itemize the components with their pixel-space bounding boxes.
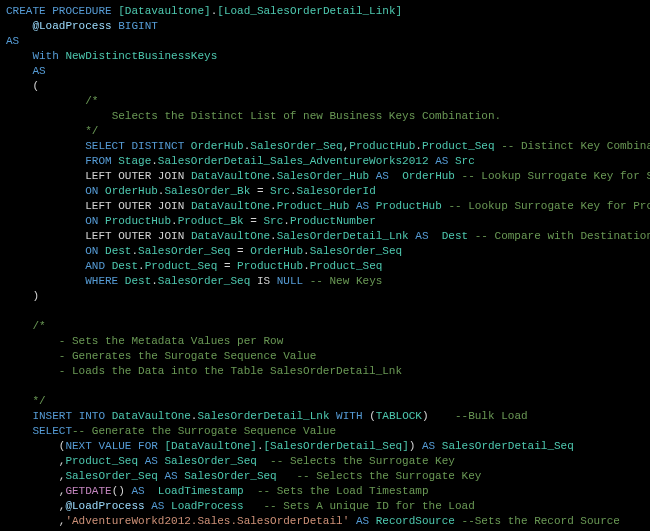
kw-as: AS xyxy=(145,455,158,467)
tbl-orderhub: OrderHub xyxy=(191,140,244,152)
kw-procedure: PROCEDURE xyxy=(52,5,111,17)
kw-null: NULL xyxy=(277,275,303,287)
comment-line: -- Selects the Surrogate Key xyxy=(297,470,482,482)
comment-close: */ xyxy=(85,125,98,137)
kw-on: ON xyxy=(85,185,98,197)
kw-as: AS xyxy=(356,515,369,527)
kw-left: LEFT xyxy=(85,200,111,212)
comment-line: --Sets the Record Source xyxy=(462,515,620,527)
kw-distinct: DISTINCT xyxy=(131,140,184,152)
kw-outer: OUTER xyxy=(118,230,151,242)
col-productbk: Product_Bk xyxy=(178,215,244,227)
kw-into: INTO xyxy=(79,410,105,422)
hint-tablock: TABLOCK xyxy=(376,410,422,422)
tbl-salesorderhub: SalesOrder_Hub xyxy=(277,170,369,182)
kw-insert: INSERT xyxy=(32,410,72,422)
alias-recordsource: RecordSource xyxy=(376,515,455,527)
tbl-producthub: Product_Hub xyxy=(277,200,350,212)
tbl-salesorderdetail-lnk: SalesOrderDetail_Lnk xyxy=(277,230,409,242)
comment-line: -- Generate the Surrogate Sequence Value xyxy=(72,425,336,437)
comment-close: */ xyxy=(32,395,45,407)
kw-next: NEXT xyxy=(65,440,91,452)
string-recordsource: 'AdventureWorkd2012.Sales.SalesOrderDeta… xyxy=(65,515,349,527)
kw-as: AS xyxy=(422,440,435,452)
kw-is: IS xyxy=(257,275,270,287)
alias-producthub: ProductHub xyxy=(376,200,442,212)
kw-as: AS xyxy=(151,500,164,512)
kw-outer: OUTER xyxy=(118,170,151,182)
type-bigint: BIGINT xyxy=(118,20,158,32)
kw-left: LEFT xyxy=(85,230,111,242)
comment-line: - Sets the Metadata Values per Row xyxy=(59,335,283,347)
comment-line: -- Lookup Surrogate Key for Product xyxy=(448,200,650,212)
comment-open: /* xyxy=(32,320,45,332)
kw-as: AS xyxy=(131,485,144,497)
comment-line: - Generates the Surogate Sequence Value xyxy=(59,350,316,362)
kw-from: FROM xyxy=(85,155,111,167)
kw-as: AS xyxy=(415,230,428,242)
func-getdate: GETDATE xyxy=(65,485,111,497)
kw-with: WITH xyxy=(336,410,362,422)
cte-name: NewDistinctBusinessKeys xyxy=(65,50,217,62)
kw-as: AS xyxy=(356,200,369,212)
comment-line: - Loads the Data into the Table SalesOrd… xyxy=(59,365,402,377)
kw-join: JOIN xyxy=(158,170,184,182)
param-loadprocess: @LoadProcess xyxy=(65,500,144,512)
col-salesorderseq: SalesOrder_Seq xyxy=(250,140,342,152)
comment-line: -- Distinct Key Combinations xyxy=(501,140,650,152)
alias-src: Src xyxy=(455,155,475,167)
comment-line: -- New Keys xyxy=(310,275,383,287)
col-productnumber: ProductNumber xyxy=(290,215,376,227)
comment-line: -- Lookup Surrogate Key for SalesOrder xyxy=(462,170,650,182)
kw-create: CREATE xyxy=(6,5,46,17)
alias-loadtimestamp: LoadTimestamp xyxy=(158,485,244,497)
comment-line: --Bulk Load xyxy=(455,410,528,422)
kw-as: AS xyxy=(435,155,448,167)
kw-as: AS xyxy=(32,65,45,77)
kw-on: ON xyxy=(85,215,98,227)
schema-stage: Stage xyxy=(118,155,151,167)
kw-for: FOR xyxy=(138,440,158,452)
tbl-salesorderdetail: SalesOrderDetail_Sales_AdventureWorks201… xyxy=(158,155,429,167)
alias-salesorderdetailseq: SalesOrderDetail_Seq xyxy=(442,440,574,452)
kw-as: AS xyxy=(164,470,177,482)
kw-and: AND xyxy=(85,260,105,272)
kw-select: SELECT xyxy=(85,140,125,152)
comment-line: -- Compare with Destination xyxy=(475,230,650,242)
alias-orderhub: OrderHub xyxy=(402,170,455,182)
comment-line: -- Sets A unique ID for the Load xyxy=(264,500,475,512)
tbl-producthub: ProductHub xyxy=(349,140,415,152)
sql-code-block: CREATE PROCEDURE [Datavaultone].[Load_Sa… xyxy=(0,0,650,531)
kw-outer: OUTER xyxy=(118,200,151,212)
punct-paren: ( xyxy=(32,80,39,92)
punct-paren-close: ) xyxy=(32,290,39,302)
col-salesorderid: SalesOrderId xyxy=(297,185,376,197)
param-loadprocess: @LoadProcess xyxy=(32,20,111,32)
kw-left: LEFT xyxy=(85,170,111,182)
schema-datavaultone: DataVaultOne xyxy=(191,170,270,182)
kw-select: SELECT xyxy=(32,425,72,437)
kw-join: JOIN xyxy=(158,200,184,212)
kw-as: AS xyxy=(6,35,19,47)
schema-name: [Datavaultone] xyxy=(118,5,210,17)
kw-on: ON xyxy=(85,245,98,257)
alias-dest: Dest xyxy=(442,230,468,242)
proc-name: [Load_SalesOrderDetail_Link] xyxy=(217,5,402,17)
col-productseq: Product_Seq xyxy=(422,140,495,152)
kw-where: WHERE xyxy=(85,275,118,287)
kw-value: VALUE xyxy=(98,440,131,452)
col-salesorderbk: SalesOrder_Bk xyxy=(164,185,250,197)
comment-line: Selects the Distinct List of new Busines… xyxy=(112,110,501,122)
kw-as: AS xyxy=(376,170,389,182)
comment-line: -- Sets the Load Timestamp xyxy=(257,485,429,497)
kw-join: JOIN xyxy=(158,230,184,242)
kw-with: With xyxy=(32,50,58,62)
comment-open: /* xyxy=(85,95,98,107)
alias-loadprocess: LoadProcess xyxy=(171,500,244,512)
seq-name: [SalesOrderDetail_Seq] xyxy=(264,440,409,452)
comment-line: -- Selects the Surrogate Key xyxy=(270,455,455,467)
